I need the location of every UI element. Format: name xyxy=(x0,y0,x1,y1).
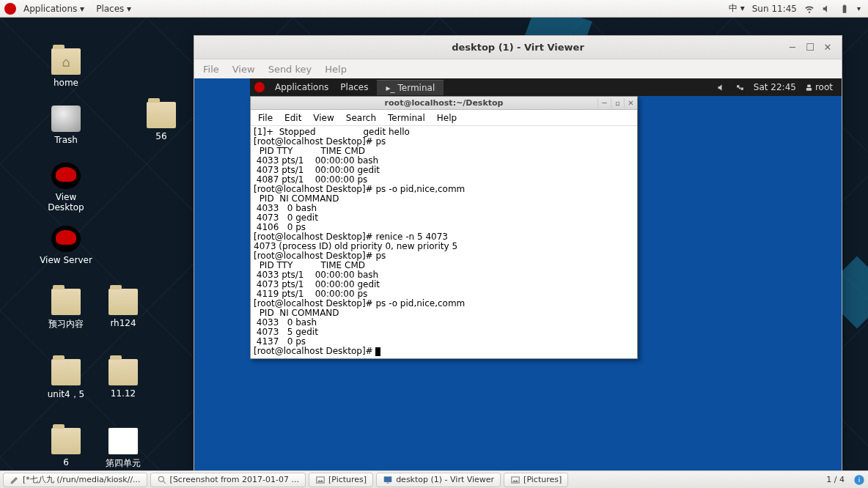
taskbar-task-label: [Screenshot from 2017-01-07 ... xyxy=(170,475,299,484)
taskbar-task-label: [*七八九 (/run/media/kiosk//... xyxy=(23,474,141,485)
desktop-icon-label: 预习内容 xyxy=(37,318,95,330)
guest-places-menu[interactable]: Places xyxy=(334,81,374,94)
file-icon xyxy=(108,428,138,454)
terminal-window: root@localhost:~/Desktop ─ ▫ ✕ File Edit… xyxy=(250,96,638,359)
guest-active-app-tab[interactable]: ▸_Terminal xyxy=(377,80,444,95)
taskbar-task-pictures2[interactable]: [Pictures] xyxy=(504,473,568,487)
desktop-icon-view-server[interactable]: View Server xyxy=(37,226,95,265)
desktop-icon-unit45[interactable]: unit4，5 xyxy=(37,359,95,401)
desktop-icon-label: home xyxy=(37,78,95,88)
terminal-icon: ▸_ xyxy=(386,83,394,93)
guest-redhat-logo-icon xyxy=(254,82,265,92)
taskbar-task-screenshot[interactable]: [Screenshot from 2017-01-07 ... xyxy=(150,473,306,487)
desktop-icon-1112[interactable]: 11.12 xyxy=(94,359,152,399)
workspace-indicator[interactable]: 1 / 4 xyxy=(822,473,849,486)
folder-icon xyxy=(51,289,81,315)
redhat-app-icon xyxy=(51,163,81,189)
window-maximize-button[interactable]: ☐ xyxy=(805,42,815,53)
taskbar-task-label: desktop (1) - Virt Viewer xyxy=(396,475,494,484)
input-method-indicator[interactable]: 中 ▾ xyxy=(729,2,745,15)
terminal-close-button[interactable]: ✕ xyxy=(624,98,637,108)
terminal-output[interactable]: [1]+ Stopped gedit hello[root@localhost … xyxy=(251,126,637,358)
gedit-app-icon xyxy=(10,475,20,485)
folder-icon xyxy=(108,289,138,315)
applications-menu[interactable]: Applications ▾ xyxy=(19,2,89,15)
virt-viewer-window: desktop (1) - Virt Viewer ─ ☐ ✕ File Vie… xyxy=(194,35,842,470)
terminal-titlebar[interactable]: root@localhost:~/Desktop ─ ▫ ✕ xyxy=(251,97,637,110)
virt-viewer-title: desktop (1) - Virt Viewer xyxy=(194,42,842,53)
host-clock[interactable]: Sun 11:45 xyxy=(752,4,797,14)
places-menu[interactable]: Places ▾ xyxy=(92,2,136,15)
guest-network-icon[interactable] xyxy=(735,83,745,92)
taskbar-task-gedit[interactable]: [*七八九 (/run/media/kiosk//... xyxy=(3,473,147,487)
desktop-icon-label: 第四单元 xyxy=(94,457,152,470)
svg-rect-1 xyxy=(806,87,812,90)
term-menu-edit[interactable]: Edit xyxy=(284,113,301,123)
taskbar-task-label: [Pictures] xyxy=(328,475,367,484)
term-menu-file[interactable]: File xyxy=(258,113,273,123)
desktop-icon-view-desktop[interactable]: View Desktop xyxy=(37,163,95,212)
virt-viewer-titlebar[interactable]: desktop (1) - Virt Viewer ─ ☐ ✕ xyxy=(194,36,842,59)
host-taskbar: [*七八九 (/run/media/kiosk//...[Screenshot … xyxy=(0,470,868,488)
svg-rect-0 xyxy=(807,84,811,87)
vv-menu-view[interactable]: View xyxy=(232,64,255,75)
virt-viewer-display[interactable]: Applications Places ▸_Terminal Sat 22:45 xyxy=(194,78,842,470)
terminal-title: root@localhost:~/Desktop xyxy=(251,98,637,108)
guest-applications-menu[interactable]: Applications xyxy=(269,81,334,94)
host-top-panel: Applications ▾ Places ▾ 中 ▾ Sun 11:45 ▾ xyxy=(0,0,868,18)
pictures1-app-icon xyxy=(315,475,326,485)
desktop-icon-label: rh124 xyxy=(94,318,152,328)
term-menu-search[interactable]: Search xyxy=(346,113,376,123)
trash-icon xyxy=(51,106,81,132)
wifi-icon[interactable] xyxy=(804,4,814,14)
folder-icon xyxy=(108,359,138,385)
notification-icon[interactable]: i xyxy=(853,474,865,486)
term-menu-view[interactable]: View xyxy=(313,113,334,123)
desktop-icon-label: View Server xyxy=(37,255,95,265)
window-minimize-button[interactable]: ─ xyxy=(787,42,798,53)
window-close-button[interactable]: ✕ xyxy=(823,42,833,53)
desktop-icon-label: View Desktop xyxy=(37,192,95,212)
terminal-menubar: File Edit View Search Terminal Help xyxy=(251,110,637,126)
desktop-icon-label: 6 xyxy=(37,457,95,467)
volume-icon[interactable] xyxy=(822,4,832,14)
svg-text:i: i xyxy=(858,476,861,484)
desktop-icon-56[interactable]: 56 xyxy=(132,102,191,141)
guest-volume-icon[interactable] xyxy=(717,83,727,92)
terminal-maximize-button[interactable]: ▫ xyxy=(611,98,624,108)
vv-menu-help[interactable]: Help xyxy=(325,64,347,75)
redhat-logo-icon xyxy=(4,3,16,15)
terminal-line: 4073 0 gedit xyxy=(254,213,634,223)
desktop-icon-rh124[interactable]: rh124 xyxy=(94,289,152,328)
terminal-line: [root@localhost Desktop]# xyxy=(254,347,634,356)
battery-icon[interactable] xyxy=(839,4,850,14)
guest-clock[interactable]: Sat 22:45 xyxy=(754,82,796,92)
guest-top-panel: Applications Places ▸_Terminal Sat 22:45 xyxy=(250,78,842,96)
pictures2-app-icon xyxy=(510,475,521,485)
term-menu-terminal[interactable]: Terminal xyxy=(388,113,425,123)
terminal-minimize-button[interactable]: ─ xyxy=(597,98,611,108)
desktop-icon-label: 56 xyxy=(132,131,191,141)
svg-rect-5 xyxy=(386,482,389,483)
desktop-icon-home[interactable]: home xyxy=(37,48,95,88)
desktop-icon-label: Trash xyxy=(37,135,95,145)
folder-icon xyxy=(147,102,176,128)
desktop-icon-six[interactable]: 6 xyxy=(37,428,95,467)
vv-menu-file[interactable]: File xyxy=(203,64,219,75)
desktop-icon-trash[interactable]: Trash xyxy=(37,106,95,145)
term-menu-help[interactable]: Help xyxy=(437,113,457,123)
vv-menu-sendkey[interactable]: Send key xyxy=(268,64,312,75)
home-icon xyxy=(51,48,81,75)
user-menu-caret[interactable]: ▾ xyxy=(857,4,861,12)
folder-icon xyxy=(51,428,81,454)
svg-rect-4 xyxy=(384,476,392,482)
guest-user-menu[interactable]: root xyxy=(805,82,833,92)
folder-icon xyxy=(51,359,81,385)
desktop-icon-disidanyuan[interactable]: 第四单元 xyxy=(94,428,152,470)
host-desktop: homeTrashView DesktopView Server预习内容unit… xyxy=(0,18,868,470)
taskbar-task-label: [Pictures] xyxy=(523,475,562,484)
desktop-icon-label: 11.12 xyxy=(94,388,152,399)
desktop-icon-yuxi[interactable]: 预习内容 xyxy=(37,289,95,330)
taskbar-task-pictures1[interactable]: [Pictures] xyxy=(309,473,373,487)
taskbar-task-virtviewer[interactable]: desktop (1) - Virt Viewer xyxy=(376,473,501,487)
